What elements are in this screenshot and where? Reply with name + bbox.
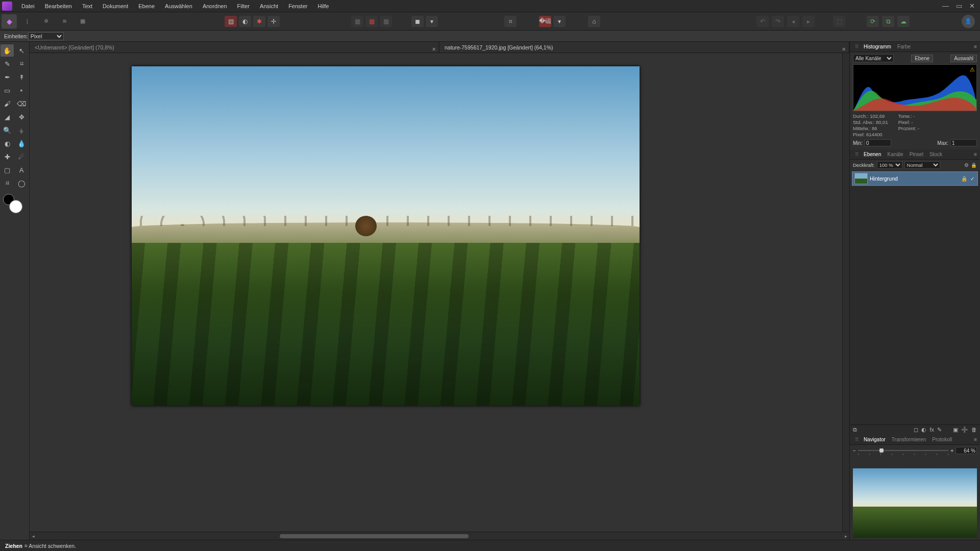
tab-farbe[interactable]: Farbe: [894, 42, 914, 52]
menu-datei[interactable]: Datei: [16, 0, 40, 12]
stamp-tool-icon[interactable]: ⏚: [15, 124, 28, 136]
layer-list[interactable]: [850, 187, 980, 424]
doc-tab-b[interactable]: nature-7595617_1920.jpg [Geändert] (64,1…: [439, 42, 849, 53]
zoom-slider[interactable]: [858, 448, 948, 453]
menu-bearbeiten[interactable]: Bearbeiten: [40, 0, 77, 12]
shape-tool-icon[interactable]: ▢: [1, 164, 14, 176]
background-color-icon[interactable]: [9, 200, 22, 213]
deselect-icon[interactable]: ▦: [365, 16, 378, 27]
account-icon[interactable]: 👤: [962, 15, 975, 28]
select-all-icon[interactable]: ▦: [351, 16, 363, 27]
tab-kanaele[interactable]: Kanäle: [884, 149, 906, 160]
gear-icon[interactable]: ⚙: [964, 162, 969, 168]
menu-fenster[interactable]: Fenster: [283, 0, 312, 12]
blur-tool-icon[interactable]: 💧: [15, 137, 28, 149]
menu-auswaehlen[interactable]: Auswählen: [160, 0, 198, 12]
move-tool-icon[interactable]: ↖: [15, 44, 28, 57]
auto-wb-icon[interactable]: ✢: [267, 16, 280, 27]
heal-tool-icon[interactable]: ✚: [1, 151, 14, 163]
preview-icon[interactable]: ⬚: [833, 16, 845, 27]
tab-histogramm[interactable]: Histogramm: [861, 42, 894, 52]
blendmode-select[interactable]: Normal: [904, 161, 940, 169]
auto-colors-icon[interactable]: ✱: [253, 16, 265, 27]
delete-layer-icon[interactable]: 🗑: [971, 427, 977, 433]
opacity-select[interactable]: 100 %: [877, 161, 902, 169]
close-icon[interactable]: ✕: [969, 2, 975, 10]
pen-tool-icon[interactable]: ✒: [1, 71, 14, 83]
mesh-tool-icon[interactable]: ⌗: [1, 177, 14, 189]
snapping-icon[interactable]: �磁: [539, 16, 551, 27]
snapping-dropdown-icon[interactable]: ▾: [553, 16, 566, 27]
tab-protokoll[interactable]: Protokoll: [929, 435, 955, 445]
sync-cloud-icon[interactable]: ☁: [897, 16, 910, 27]
tab-stock[interactable]: Stock: [926, 149, 945, 160]
layer-visible-icon[interactable]: ✓: [970, 176, 974, 182]
color-picker-tool-icon[interactable]: ✎: [1, 58, 14, 70]
smudge-tool-icon[interactable]: ☄: [15, 151, 28, 163]
persona-develop-icon[interactable]: ✲: [38, 14, 54, 29]
menu-ebene[interactable]: Ebene: [133, 0, 160, 12]
scroll-left-icon[interactable]: ◂: [30, 534, 37, 539]
sync-green-icon[interactable]: ⟳: [867, 16, 879, 27]
panel-drag-icon[interactable]: ⠿: [855, 437, 859, 442]
context-units-select[interactable]: Pixel: [28, 32, 64, 40]
layer-row[interactable]: Hintergrund 🔒 ✓: [852, 171, 978, 186]
sphere-tool-icon[interactable]: ◯: [15, 177, 28, 189]
scroll-right-icon[interactable]: ▸: [842, 534, 849, 539]
erase-tool-icon[interactable]: ⌫: [15, 97, 28, 110]
group-icon[interactable]: ▣: [953, 427, 958, 433]
merge-icon[interactable]: ⧉: [853, 427, 857, 433]
hand-tool-icon[interactable]: ✋: [1, 44, 14, 57]
histogram-channel-select[interactable]: Alle Kanäle: [853, 54, 894, 62]
menu-filter[interactable]: Filter: [232, 0, 255, 12]
menu-ansicht[interactable]: Ansicht: [255, 0, 283, 12]
tab-navigator[interactable]: Navigator: [861, 435, 889, 445]
invert-selection-icon[interactable]: ▦: [380, 16, 392, 27]
crop-mode-icon[interactable]: ⌗: [504, 16, 517, 27]
new-layer-icon[interactable]: ➕: [961, 427, 968, 433]
doc-tab-a[interactable]: <Unbenannt> [Geändert] (70,8%) ✕: [30, 42, 439, 53]
tab-transform[interactable]: Transformieren: [889, 435, 929, 445]
mask-icon[interactable]: ◻: [914, 427, 918, 433]
maximize-icon[interactable]: ▭: [956, 2, 962, 10]
menu-anordnen[interactable]: Anordnen: [198, 0, 232, 12]
hist-max-input[interactable]: [950, 139, 977, 146]
fx-icon[interactable]: fx: [929, 427, 934, 433]
undo-icon[interactable]: ↶: [756, 16, 769, 27]
flood-select-tool-icon[interactable]: ⭑: [15, 84, 28, 96]
canvas-image[interactable]: [132, 66, 640, 406]
histogram-source-layer[interactable]: Ebene: [911, 55, 933, 62]
sync-copy-icon[interactable]: ⧉: [882, 16, 894, 27]
fill-tool-icon[interactable]: ◢: [1, 111, 14, 123]
back-icon[interactable]: ◂: [787, 16, 799, 27]
menu-text[interactable]: Text: [77, 0, 97, 12]
horizontal-scrollbar[interactable]: ◂ ▸: [30, 532, 849, 540]
scroll-thumb[interactable]: [280, 534, 469, 538]
zoom-out-icon[interactable]: −: [853, 448, 856, 454]
vertical-scrollbar[interactable]: [842, 53, 849, 532]
persona-photo-icon[interactable]: ◆: [2, 14, 17, 29]
persona-tone-icon[interactable]: ≋: [57, 14, 72, 29]
tab-pinsel[interactable]: Pinsel: [906, 149, 926, 160]
canvas-viewport[interactable]: ◂ ▸: [30, 53, 849, 540]
auto-contrast-icon[interactable]: ◐: [239, 16, 251, 27]
navigator-preview[interactable]: [853, 468, 977, 538]
panel-drag-icon[interactable]: ⠿: [855, 152, 859, 157]
persona-export-icon[interactable]: ▦: [75, 14, 90, 29]
persona-liquify-icon[interactable]: ⦚: [20, 14, 35, 29]
dodge-tool-icon[interactable]: ◐: [1, 137, 14, 149]
panel-menu-icon[interactable]: ≡: [974, 44, 980, 49]
zoom-input[interactable]: [955, 447, 977, 454]
assistant-icon[interactable]: ⌂: [588, 16, 600, 27]
histogram-source-selection[interactable]: Auswahl: [950, 55, 977, 62]
zoom-tool-icon[interactable]: 🔍: [1, 124, 14, 136]
brush-tool-icon[interactable]: 🖌: [1, 97, 14, 110]
auto-levels-icon[interactable]: ▤: [225, 16, 237, 27]
quickmask-dropdown-icon[interactable]: ▾: [426, 16, 438, 27]
lock-icon[interactable]: 🔒: [971, 162, 977, 168]
marquee-tool-icon[interactable]: ▭: [1, 84, 14, 96]
forward-icon[interactable]: ▸: [802, 16, 815, 27]
panel-drag-icon[interactable]: ⠿: [855, 44, 859, 49]
adjustment-icon[interactable]: ◐: [921, 427, 926, 433]
minimize-icon[interactable]: —: [942, 2, 949, 10]
